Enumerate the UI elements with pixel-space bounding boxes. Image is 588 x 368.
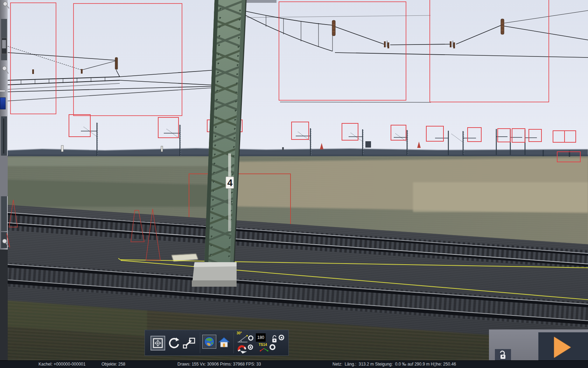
lock-open-icon xyxy=(498,349,507,360)
dock-segment xyxy=(0,156,8,196)
viewport-3d[interactable]: 4 xyxy=(0,0,588,360)
status-tile: Kachel: +000000-000001 xyxy=(38,361,85,368)
mast-sign: 4 xyxy=(226,177,234,189)
slope-angle-label: 30° xyxy=(237,331,242,335)
status-objects: Objekte: 258 xyxy=(102,361,125,368)
rotate-icon xyxy=(168,337,180,349)
status-bar: Kachel: +000000-000001 Objekte: 258 Draw… xyxy=(0,360,588,368)
move-tool-button[interactable] xyxy=(150,336,165,350)
toolbar-divider xyxy=(200,332,200,353)
pin-icon[interactable] xyxy=(2,1,10,10)
dock-panel-slot xyxy=(1,196,7,231)
home-camera-button[interactable] xyxy=(217,335,231,349)
ts-direction-icon[interactable] xyxy=(259,347,269,352)
ts-label: TS14 xyxy=(259,343,267,347)
slope-radio[interactable] xyxy=(248,335,253,341)
magnet-radio-selected[interactable] xyxy=(248,345,253,350)
edit-toolbar: 30° 180 TS14 xyxy=(145,330,289,356)
viewport-scene: 4 xyxy=(0,0,588,360)
play-button[interactable] xyxy=(554,337,571,358)
ts-radio[interactable] xyxy=(270,344,275,350)
dock-bottom xyxy=(0,250,8,360)
dock-selection-line xyxy=(4,231,11,249)
rotation-step-value[interactable]: 180 xyxy=(256,333,266,342)
move-icon xyxy=(153,338,163,348)
rotate-tool-button[interactable] xyxy=(167,336,181,350)
dock-slot-line xyxy=(3,118,4,154)
magnet-icon[interactable] xyxy=(236,343,248,354)
dock-thumbnail-image xyxy=(2,40,6,48)
rotation-radio-selected[interactable] xyxy=(279,335,284,340)
lock-open-icon[interactable] xyxy=(271,334,278,344)
status-performance: Draws: 155 Vx: 30906 Prims: 37968 FPS: 3… xyxy=(177,361,261,368)
globe-view-button[interactable] xyxy=(202,335,216,349)
status-network: Netz: Läng.: 313.2 m Steigung: 0.0 ‰ auf… xyxy=(332,361,456,368)
globe-icon xyxy=(204,336,215,347)
left-dock-panel[interactable] xyxy=(0,0,8,360)
svg-text:4: 4 xyxy=(227,178,232,188)
toolbar-divider xyxy=(233,332,234,353)
scale-tool-button[interactable] xyxy=(181,336,197,350)
lock-button[interactable] xyxy=(495,349,511,360)
dock-divider xyxy=(0,90,5,91)
scale-icon xyxy=(182,337,196,349)
pin-icon[interactable] xyxy=(1,65,10,75)
dock-item-blue[interactable] xyxy=(0,97,6,109)
home-icon xyxy=(218,337,230,348)
slope-angle-icon[interactable] xyxy=(237,335,248,343)
